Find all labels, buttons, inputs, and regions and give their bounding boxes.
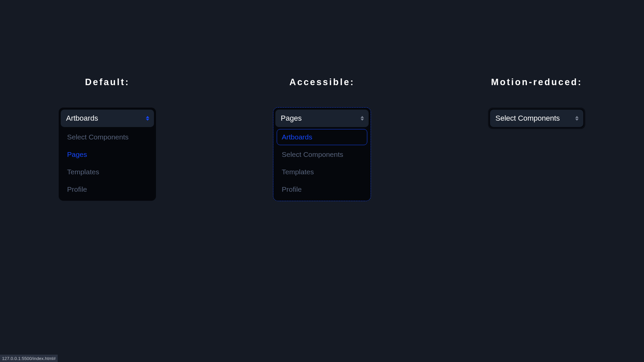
heading-motion-reduced: Motion-reduced:	[491, 77, 582, 87]
dropdown-accessible: Pages Artboards Select Components Templa…	[273, 108, 371, 201]
dropdown-trigger-default[interactable]: Artboards	[61, 110, 154, 127]
dropdown-options-accessible: Artboards Select Components Templates Pr…	[275, 127, 369, 199]
column-motion-reduced: Motion-reduced: Select Components	[488, 77, 585, 362]
option-profile[interactable]: Profile	[62, 181, 153, 197]
chevron-down-icon	[361, 119, 364, 121]
heading-default: Default:	[85, 77, 130, 87]
select-arrows-icon	[361, 116, 364, 121]
dropdown-selected-label: Pages	[281, 114, 302, 123]
chevron-up-icon	[361, 116, 364, 118]
option-select-components[interactable]: Select Components	[277, 146, 367, 163]
select-arrows-icon	[575, 116, 579, 121]
dropdown-motion-reduced: Select Components	[488, 108, 585, 129]
chevron-up-icon	[146, 116, 149, 118]
option-templates[interactable]: Templates	[277, 164, 367, 180]
chevron-down-icon	[575, 119, 579, 121]
column-default: Default: Artboards Select Components Pag…	[59, 77, 156, 362]
column-accessible: Accessible: Pages Artboards Select Compo…	[273, 77, 371, 362]
dropdown-trigger-accessible[interactable]: Pages	[275, 110, 369, 127]
dropdown-options-default: Select Components Pages Templates Profil…	[61, 127, 154, 199]
select-arrows-icon	[146, 116, 149, 121]
dropdown-selected-label: Select Components	[495, 114, 560, 123]
chevron-down-icon	[146, 119, 149, 121]
dropdown-default: Artboards Select Components Pages Templa…	[59, 108, 156, 201]
dropdown-selected-label: Artboards	[66, 114, 98, 123]
heading-accessible: Accessible:	[289, 77, 355, 87]
option-templates[interactable]: Templates	[62, 164, 153, 180]
chevron-up-icon	[575, 116, 579, 118]
demo-stage: Default: Artboards Select Components Pag…	[0, 0, 644, 362]
status-bar: 127.0.0.1:5500/index.html#	[0, 355, 58, 362]
option-pages[interactable]: Pages	[62, 146, 153, 163]
option-select-components[interactable]: Select Components	[62, 129, 153, 145]
option-profile[interactable]: Profile	[277, 181, 367, 197]
dropdown-trigger-motion-reduced[interactable]: Select Components	[490, 110, 583, 127]
option-artboards[interactable]: Artboards	[277, 129, 367, 145]
